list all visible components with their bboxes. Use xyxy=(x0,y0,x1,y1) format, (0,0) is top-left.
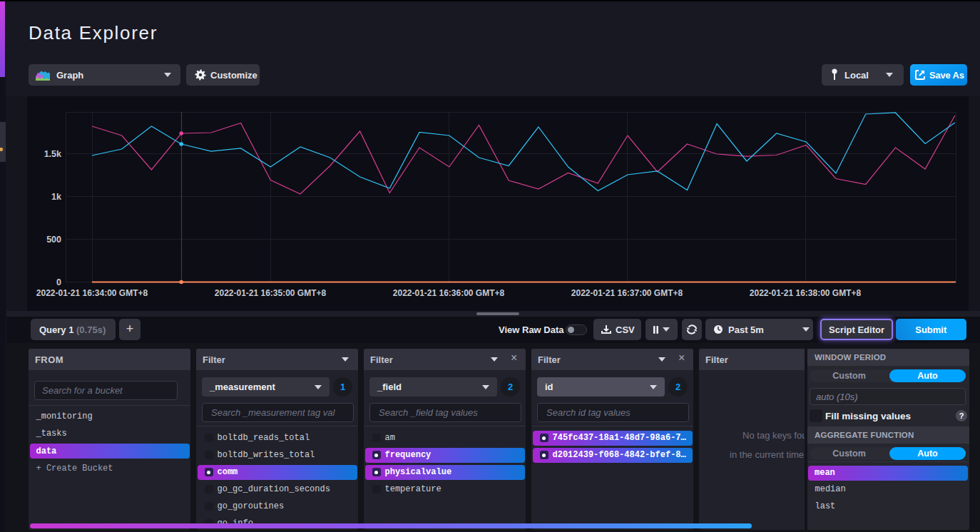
svg-text:0: 0 xyxy=(56,277,61,287)
svg-text:1.5k: 1.5k xyxy=(44,149,61,159)
svg-text:500: 500 xyxy=(46,235,61,245)
svg-text:2022-01-21 16:36:00 GMT+8: 2022-01-21 16:36:00 GMT+8 xyxy=(393,288,505,298)
svg-text:2022-01-21 16:34:00 GMT+8: 2022-01-21 16:34:00 GMT+8 xyxy=(36,288,148,298)
svg-text:1k: 1k xyxy=(51,192,61,202)
svg-text:2022-01-21 16:38:00 GMT+8: 2022-01-21 16:38:00 GMT+8 xyxy=(750,288,862,298)
svg-text:2022-01-21 16:35:00 GMT+8: 2022-01-21 16:35:00 GMT+8 xyxy=(215,288,327,298)
svg-text:2022-01-21 16:37:00 GMT+8: 2022-01-21 16:37:00 GMT+8 xyxy=(571,288,683,298)
